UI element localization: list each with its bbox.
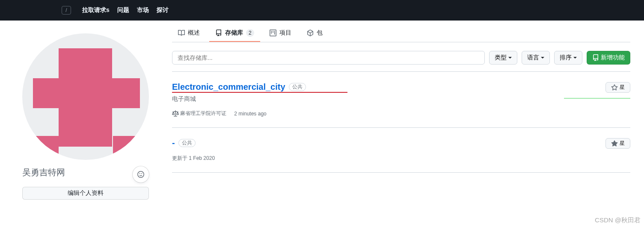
activity-graph [564,98,630,99]
package-icon [307,29,314,36]
search-shortcut-key[interactable]: / [62,6,71,15]
nav-marketplace[interactable]: 市场 [137,6,149,14]
nav-explore[interactable]: 探讨 [157,6,169,14]
new-repo-button[interactable]: 新增功能 [587,51,630,65]
profile-tabs: 概述 存储库 2 项目 包 [172,25,630,42]
global-header: / 拉取请求s 问题 市场 探讨 [0,0,644,21]
tab-projects-label: 项目 [279,29,291,37]
visibility-badge: 公共 [289,83,306,91]
edit-profile-button[interactable]: 编辑个人资料 [22,187,149,200]
repo-count-badge: 2 [246,29,254,37]
repo-meta: 更新于 1 Feb 2020 [172,155,215,162]
caret-down-icon [508,57,512,59]
repo-meta: 麻省理工学院许可证 2 minutes ago [172,110,306,117]
repo-description: 电子商城 [172,95,306,103]
smiley-icon [137,171,144,178]
sort-filter-button[interactable]: 排序 [554,51,582,65]
repo-item: Electronic_commercial_city 公共 电子商城 麻省理工学… [172,71,630,128]
repo-controls: 类型 语言 排序 新增功能 [172,51,630,65]
license-name: 麻省理工学院许可证 [180,110,226,116]
visibility-badge: 公共 [178,139,196,147]
tab-packages-label: 包 [317,29,323,37]
law-icon [172,110,179,117]
search-input[interactable] [172,51,485,65]
book-icon [178,29,185,36]
repo-name-link[interactable]: - [172,138,175,148]
repo-item: - 公共 更新于 1 Feb 2020 星 [172,128,630,173]
tab-packages[interactable]: 包 [301,25,329,42]
caret-down-icon [573,57,577,59]
type-filter-button[interactable]: 类型 [489,51,517,65]
nav-pull-requests[interactable]: 拉取请求s [82,6,110,14]
tab-overview-label: 概述 [188,29,200,37]
language-filter-button[interactable]: 语言 [522,51,550,65]
repo-list: Electronic_commercial_city 公共 电子商城 麻省理工学… [172,71,630,173]
star-icon [611,140,618,147]
caret-down-icon [541,57,544,59]
user-avatar[interactable] [22,33,149,160]
repo-name-link[interactable]: Electronic_commercial_city [172,82,285,92]
profile-sidebar: 吴勇吉特网 编辑个人资料 [14,21,159,200]
nav-issues[interactable]: 问题 [117,6,129,14]
star-button[interactable]: 星 [605,82,630,93]
identicon-image [22,33,149,160]
header-nav: 拉取请求s 问题 市场 探讨 [82,6,169,14]
tab-repositories-label: 存储库 [225,29,243,37]
repo-icon [215,29,222,36]
star-button[interactable]: 星 [605,138,630,149]
project-icon [270,29,276,36]
repo-icon [592,54,599,61]
tab-overview[interactable]: 概述 [172,25,206,42]
main-content: 概述 存储库 2 项目 包 类型 语言 排序 新增功能 [159,21,630,200]
tab-projects[interactable]: 项目 [264,25,297,42]
star-icon [611,84,618,91]
updated-time: 1 Feb 2020 [189,155,215,161]
tab-repositories[interactable]: 存储库 2 [209,25,260,42]
set-status-button[interactable] [133,166,149,183]
updated-time: 2 minutes ago [234,111,266,117]
